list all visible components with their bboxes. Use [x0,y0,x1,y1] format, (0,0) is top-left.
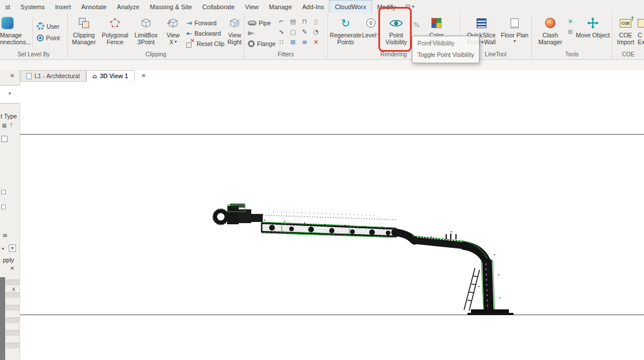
clash-manager-button[interactable]: Clash Manager [536,15,564,45]
fitting-page-icon[interactable]: ▢ [288,27,298,36]
clip-forward-button[interactable]: ⇥ Forward [186,18,217,28]
menu-tab-addins[interactable]: Add-Ins [297,0,329,13]
cube-axis-icon [167,15,179,31]
menu-tab-systems[interactable]: Systems [16,0,50,13]
group-clipping: Clipping Manager Polygonal Fence LimitBo… [68,13,244,59]
panel-row [6,317,20,323]
fitting-clamp-icon[interactable]: ⊓ [300,17,309,26]
group-label-set-level-by: Set Level By [0,51,67,58]
fitting-grid-icon[interactable]: ⊞ [288,37,298,47]
view-x-button[interactable]: View X▾ [162,15,184,45]
ribbon-lower-strip [0,60,644,70]
fitting-rails-icon[interactable]: ≡ [300,37,309,47]
checkbox[interactable] [1,136,7,142]
coe-import-button[interactable]: COE↑ COE Import [615,15,637,45]
panel-row [6,279,20,285]
selector-caret-icon[interactable]: ▾ [9,91,11,96]
menu-tab-view[interactable]: View [240,0,264,13]
clipping-manager-button[interactable]: Clipping Manager [70,15,98,45]
polygonal-fence-button[interactable]: Polygonal Fence [100,15,130,45]
upper-section-line [20,134,644,135]
move-object-button[interactable]: Move Object [575,15,611,39]
label: Import [617,39,634,45]
coe-export-icon [638,15,644,31]
eye-icon [389,15,404,31]
scroll-down-button[interactable]: ▾ [9,244,16,252]
label: Polygonal [102,32,128,39]
pipe-button[interactable]: Pipe [248,18,271,28]
tooltip: Point Visibility Toggle Point Visibility [412,36,480,63]
apply-button[interactable]: pply [3,256,14,263]
ribbon-display-toggle[interactable]: ⊡ ▾ [401,0,419,13]
layers-icon [78,15,90,31]
regenerate-points-button[interactable]: ↻ Regenerate Points [330,15,361,45]
set-level-point-button[interactable]: Point [37,33,60,43]
edit-type-button[interactable]: t Type [1,113,17,120]
panel-grid-icon[interactable]: ▦ [2,123,7,128]
fitting-clipboard-icon[interactable]: ▤ [288,17,298,26]
gear-icon [37,22,44,30]
backward-arrow-icon: ⇤ [186,30,192,37]
help-icon[interactable]: ? [10,123,13,128]
menu-tab-st[interactable]: st [0,0,16,13]
view-tab-3d-view-1[interactable]: ⌂ 3D View 1 [86,70,135,82]
menu-tab-collaborate[interactable]: Collaborate [197,0,240,13]
label: Visibility [385,39,407,45]
fitting-delete-icon[interactable]: ✕ [311,37,321,47]
group-label-coe: COE [612,51,644,58]
ribbon-box-icon: ⊡ [405,4,410,10]
menu-tab-manage[interactable]: Manage [264,0,297,13]
properties-panel: ✕ ▾ t Type ▦ ? ≡ ▾ ▾ pply ✕ ∧ [0,70,20,360]
manage-connections-button[interactable]: Manage nnections... [0,15,30,45]
label: Flange [257,40,275,47]
reducer-button[interactable] [248,28,255,38]
menu-tab-insert[interactable]: Insert [50,0,76,13]
menu-icon[interactable]: ≡ [2,232,7,239]
panel-close-icon-2[interactable]: ✕ [10,266,14,271]
property-checkbox[interactable] [1,190,6,194]
label: Manager [72,39,95,45]
revit-cloudworx-window: { "menubar": { "items": ["st", "Systems"… [0,0,644,360]
menu-tab-annotate[interactable]: Annotate [76,0,112,13]
panel-row [6,305,20,311]
tab-close-icon[interactable]: ✕ [141,73,146,79]
collapse-icon[interactable]: ∧ [12,286,16,292]
fitting-pencil-icon[interactable]: ✎ [300,27,309,36]
view-right-button[interactable]: View Right [225,15,244,45]
floor-plan-icon [511,15,519,31]
level-button[interactable]: 0 Level▾ [361,15,381,39]
panel-close-icon[interactable]: ✕ [10,73,14,79]
point-visibility-button[interactable]: Point Visibility [382,15,411,45]
fitting-cylinder-icon[interactable]: ▯ [311,17,321,26]
caret-down-icon: ▾ [11,246,13,251]
fitting-elbow-icon[interactable]: ⌐ [277,17,286,26]
view-tab-l1-architectural[interactable]: L1 - Architectural [20,70,86,82]
limitbox-3point-button[interactable]: LimitBox 3Point [131,15,161,45]
tools-sparkle-icon[interactable]: ✳ [565,17,575,26]
menu-tab-analyze[interactable]: Analyze [112,0,144,13]
menu-tab-cloudworx[interactable]: CloudWorx [329,0,371,13]
fitting-bolts-icon[interactable]: ∷ [277,37,286,47]
dropdown-icon[interactable]: ▾ [2,247,4,251]
menu-tab-massing-site[interactable]: Massing & Site [144,0,197,13]
viewport-canvas[interactable] [20,82,644,360]
menu-tab-modify[interactable]: Modify [372,0,401,13]
reset-clip-button[interactable]: ✕ Reset Clip [186,39,224,48]
level-zero-icon: 0 [366,15,375,31]
node-percent-icon[interactable]: % [412,20,421,29]
label: nnections... [0,39,31,45]
fitting-gauge-icon[interactable]: ◔ [311,27,321,36]
set-level-user-button[interactable]: User [37,21,59,31]
label: Reset Clip [197,40,224,47]
coe-export-button[interactable]: C Ex [638,15,644,45]
floor-plan-button[interactable]: Floor Plan ▾ [500,15,529,44]
fitting-scurve-icon[interactable]: ∿ [277,27,286,36]
property-checkbox[interactable] [1,205,6,209]
label: 3Point [137,39,155,45]
clip-backward-button[interactable]: ⇤ Backward [186,28,221,38]
tools-grid-icon[interactable]: ⊞ [565,27,575,36]
forward-arrow-icon: ⇥ [186,20,192,26]
flange-button[interactable]: Flange [248,39,275,48]
label: X [169,39,173,45]
label: Fence [106,39,123,45]
